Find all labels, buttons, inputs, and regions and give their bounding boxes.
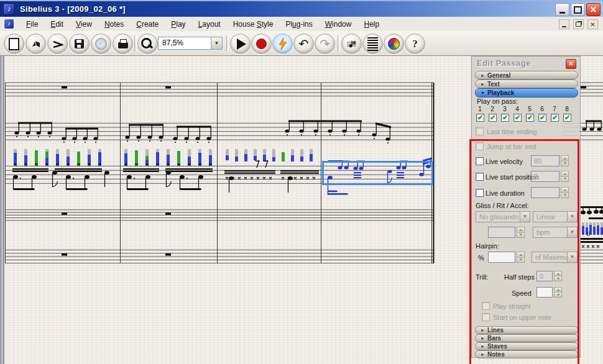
play-straight-checkbox[interactable] <box>482 302 490 310</box>
hairpin-spinner[interactable] <box>517 252 525 263</box>
tempo-spinner[interactable] <box>517 227 525 238</box>
dropdown-arrow-icon[interactable]: ▼ <box>567 212 577 222</box>
live-duration-field[interactable] <box>531 187 559 198</box>
glissando-type-combo[interactable]: No glissando ▼ <box>476 211 530 222</box>
mdi-close-button[interactable]: ✕ <box>587 19 598 29</box>
pass-3-checkbox[interactable]: ✔ <box>501 114 509 122</box>
jump-at-bar-end-checkbox[interactable] <box>476 142 484 150</box>
mdi-restore-button[interactable] <box>573 19 584 29</box>
live-velocity-spinner[interactable] <box>561 155 569 166</box>
hairpin-percent-field[interactable] <box>488 252 515 263</box>
live-velocity-field[interactable]: 80 <box>531 155 559 166</box>
print-button[interactable] <box>113 34 133 54</box>
live-duration-checkbox[interactable] <box>476 189 484 197</box>
new-score-button[interactable] <box>4 34 24 54</box>
live-start-position-spinner[interactable] <box>561 171 569 182</box>
redo-button[interactable]: ↷ <box>315 34 335 54</box>
zoom-button[interactable] <box>137 34 158 54</box>
dropdown-arrow-icon[interactable]: ▼ <box>567 252 577 262</box>
document-icon[interactable]: ♪ <box>4 19 14 29</box>
section-text[interactable]: ►Text <box>475 80 578 88</box>
speed-spinner[interactable] <box>554 287 562 298</box>
passage-selection-box[interactable] <box>322 161 433 185</box>
section-playback[interactable]: ▼Playback <box>475 88 578 98</box>
speed-field[interactable] <box>536 287 553 298</box>
record-button[interactable] <box>251 34 272 54</box>
section-staves[interactable]: ►Staves <box>475 342 578 350</box>
minimize-button[interactable] <box>555 3 569 16</box>
maximize-button[interactable] <box>571 3 585 16</box>
help-button[interactable]: ? <box>405 34 425 54</box>
dropdown-arrow-icon[interactable]: ▼ <box>520 212 530 222</box>
section-lines[interactable]: ►Lines <box>475 326 578 334</box>
mdi-minimize-button[interactable] <box>559 19 569 29</box>
chevron-right-icon: ► <box>481 82 485 86</box>
panel-close-icon[interactable]: ✕ <box>566 59 576 69</box>
undo-button[interactable]: ↶ <box>293 34 314 54</box>
start-on-upper-note-checkbox[interactable] <box>482 313 490 321</box>
new-document-icon <box>9 38 19 50</box>
tempo-field[interactable] <box>488 227 515 238</box>
pass-5-checkbox[interactable]: ✔ <box>526 114 534 122</box>
tempo-unit-combo[interactable]: bpm ▼ <box>533 227 578 238</box>
half-steps-spinner[interactable] <box>554 271 562 281</box>
live-start-position-field[interactable]: 2 <box>531 171 559 182</box>
svg-text:6: 6 <box>587 230 591 237</box>
chevron-down-icon: ▼ <box>481 91 485 95</box>
menu-window[interactable]: Window <box>319 18 358 30</box>
color-button[interactable] <box>384 34 404 54</box>
dropdown-arrow-icon[interactable]: ▼ <box>567 227 577 237</box>
save-button[interactable] <box>69 34 90 54</box>
pass-1-checkbox[interactable]: ✔ <box>476 114 484 122</box>
zoom-level-combo[interactable]: 87,5% ▼ <box>158 37 223 50</box>
menu-plug-ins[interactable]: Plug-ins <box>279 18 318 30</box>
menu-play[interactable]: Play <box>165 18 191 30</box>
live-start-position-checkbox[interactable] <box>476 173 484 181</box>
glissando-type-value: No glissando <box>476 212 520 222</box>
zoom-dropdown-arrow-icon[interactable]: ▼ <box>211 37 222 49</box>
section-bars[interactable]: ►Bars <box>475 334 578 342</box>
live-velocity-label: Live velocity <box>486 158 523 165</box>
live-duration-spinner[interactable] <box>561 187 569 198</box>
menu-view[interactable]: View <box>70 18 98 30</box>
start-on-upper-note-label: Start on upper note <box>493 314 551 321</box>
edit-passage-panel: Edit Passage ✕ ►General ►Text ▼Playback … <box>471 56 581 358</box>
hairpin-unit-value: of Maximum <box>532 252 567 262</box>
scanner-icon <box>52 39 63 50</box>
last-time-ending-checkbox[interactable] <box>476 127 484 135</box>
menu-edit[interactable]: Edit <box>44 18 70 30</box>
menu-help[interactable]: Help <box>357 18 385 30</box>
score-view[interactable]: 6 Edit Passage ✕ ►General ►Text ▼Playbac… <box>0 56 603 364</box>
live-velocity-checkbox[interactable] <box>476 157 484 165</box>
play-button[interactable] <box>230 34 251 54</box>
toolbar-separator <box>134 35 137 52</box>
pass-7-checkbox[interactable]: ✔ <box>551 114 559 122</box>
close-button[interactable]: ✕ <box>586 3 601 16</box>
live-duration-label: Live duration <box>486 189 525 197</box>
menu-bar: ♪ File Edit View Notes Create Play Layou… <box>0 17 603 32</box>
cd-button[interactable] <box>91 34 111 54</box>
pass-6-checkbox[interactable]: ✔ <box>538 114 546 122</box>
live-playback-button[interactable] <box>272 34 293 54</box>
menu-house-style[interactable]: House Style <box>227 18 280 30</box>
hairpin-label: Hairpin: <box>476 242 499 250</box>
title-bar: ♪ Sibelius 3 - [2009_02_06 *] ✕ <box>0 1 603 17</box>
open-button[interactable] <box>25 34 46 54</box>
pass-2-checkbox[interactable]: ✔ <box>489 114 497 122</box>
scan-button[interactable] <box>47 34 68 54</box>
curve-combo[interactable]: Linear ▼ <box>533 211 578 222</box>
mixer-button[interactable] <box>362 34 383 54</box>
pass-4-checkbox[interactable]: ✔ <box>513 114 522 122</box>
section-notes[interactable]: ►Notes <box>475 350 578 358</box>
properties-button[interactable] <box>341 34 362 54</box>
pass-number: 7 <box>550 106 559 112</box>
section-general[interactable]: ►General <box>475 71 578 80</box>
menu-notes[interactable]: Notes <box>98 18 130 30</box>
menu-create[interactable]: Create <box>130 18 165 30</box>
half-steps-field[interactable]: 0 <box>536 271 553 281</box>
toolbar-separator <box>338 35 340 52</box>
menu-layout[interactable]: Layout <box>192 18 227 30</box>
menu-file[interactable]: File <box>20 18 44 30</box>
hairpin-unit-combo[interactable]: of Maximum ▼ <box>532 252 578 263</box>
pass-8-checkbox[interactable]: ✔ <box>563 114 571 122</box>
